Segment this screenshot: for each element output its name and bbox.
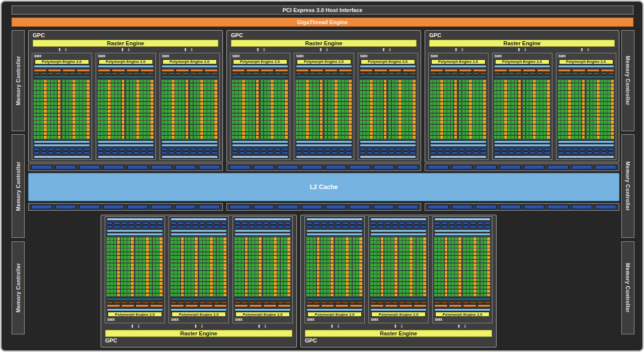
core-cell (126, 91, 129, 94)
core-cell (98, 95, 101, 98)
core-cell (388, 110, 391, 113)
core-cell (402, 132, 405, 135)
blue-segment-row (306, 225, 363, 228)
core-cell (497, 95, 500, 98)
core-cell (98, 83, 101, 86)
core-cell (159, 256, 163, 259)
core-cell (255, 282, 258, 285)
core-cell (242, 128, 245, 131)
core-cell (122, 121, 125, 124)
core-row (434, 241, 491, 244)
core-cell (245, 282, 248, 285)
core-cell (181, 245, 184, 248)
core-cell (558, 102, 561, 105)
core-cell (363, 80, 366, 83)
core-cell (374, 245, 377, 248)
core-cell (384, 110, 387, 113)
core-cell (349, 121, 352, 124)
core-cell (473, 271, 476, 274)
core-cell (381, 279, 384, 282)
core-cell (252, 275, 255, 278)
core-cell (480, 271, 484, 274)
core-cell (213, 290, 216, 293)
core-cell (121, 275, 124, 278)
core-cell (363, 136, 366, 139)
core-cell (114, 267, 117, 270)
core-cell (110, 263, 113, 267)
core-cell (403, 248, 406, 251)
core-cell (327, 267, 330, 270)
core-cell (331, 128, 334, 131)
core-cell (179, 102, 182, 105)
memory-controller-label: Memory Controller (15, 263, 21, 312)
core-row (558, 132, 614, 135)
core-cell (245, 294, 248, 297)
core-cell (366, 132, 369, 135)
core-cell (346, 245, 349, 248)
core-cell (558, 117, 561, 120)
core-cell (327, 245, 330, 248)
core-cell (317, 279, 320, 282)
core-cell (587, 106, 590, 109)
core-cell (232, 110, 235, 113)
core-cell (310, 260, 313, 263)
core-cell (526, 117, 529, 120)
small-orange-segment (339, 72, 345, 74)
core-cell (366, 102, 369, 105)
blue-segment (350, 225, 356, 228)
core-cell (317, 245, 320, 248)
core-cell (381, 282, 384, 285)
core-cell (444, 91, 447, 94)
blue-segment (558, 148, 564, 151)
core-cell (536, 95, 539, 98)
core-cell (281, 117, 284, 120)
core-cell (406, 106, 409, 109)
core-row (232, 95, 288, 98)
core-cell (437, 102, 440, 105)
core-cell (179, 136, 182, 139)
l2-segment (229, 165, 251, 169)
core-cell (124, 245, 127, 248)
core-cell (142, 252, 145, 255)
core-cell (402, 110, 405, 113)
small-orange-segment (135, 302, 141, 304)
core-cell (108, 114, 111, 117)
blue-segment-row (370, 222, 427, 225)
core-cell (346, 260, 349, 263)
core-cell (171, 260, 174, 263)
core-cell (220, 279, 223, 282)
core-cell (139, 282, 142, 285)
core-cell (101, 132, 104, 135)
core-cell (306, 275, 309, 278)
orange-segment (263, 304, 277, 307)
core-cell (445, 286, 448, 289)
core-row (98, 114, 154, 117)
core-cell (238, 267, 241, 270)
core-cell (440, 110, 443, 113)
core-cell (470, 290, 473, 293)
core-cell (203, 237, 206, 240)
core-row (107, 256, 163, 259)
light-blue-bar (306, 229, 363, 232)
core-cell (470, 294, 473, 297)
core-cell (462, 132, 465, 135)
small-orange-segment (367, 72, 373, 74)
core-cell (423, 279, 426, 282)
core-cell (199, 252, 202, 255)
core-cell (220, 237, 223, 240)
core-cell (402, 87, 405, 90)
core-cell (72, 132, 75, 135)
core-cell (174, 286, 177, 289)
core-cell (458, 267, 461, 270)
core-cell (437, 128, 440, 131)
core-cell (331, 125, 334, 128)
core-cell (339, 294, 342, 297)
core-cell (597, 99, 600, 102)
gpc-label: GPC (428, 32, 616, 39)
core-cell (259, 248, 262, 251)
core-cell (107, 275, 110, 278)
core-cell (182, 91, 185, 94)
core-cell (220, 290, 223, 293)
core-cell (398, 110, 401, 113)
core-cell (174, 263, 177, 267)
